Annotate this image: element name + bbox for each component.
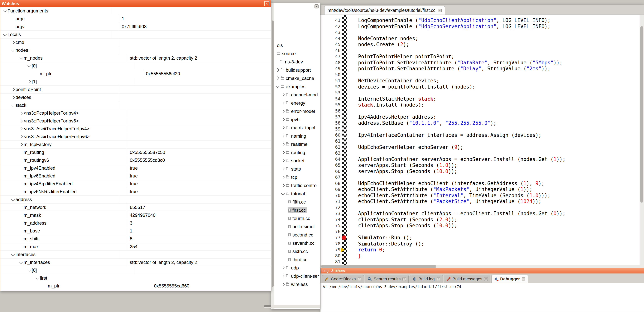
line-number[interactable]: 50 xyxy=(320,72,340,78)
expander-toggle[interactable] xyxy=(280,280,286,289)
expander-toggle[interactable] xyxy=(10,94,16,101)
tree-item[interactable]: third.cc xyxy=(274,255,320,264)
line-number[interactable]: 54 xyxy=(320,96,340,102)
line-number[interactable]: 44 xyxy=(320,36,340,42)
watch-row[interactable]: <ns3::PcapHelperForIpv6> xyxy=(0,117,271,125)
expander-toggle[interactable] xyxy=(10,101,16,109)
watch-row[interactable]: address xyxy=(0,196,271,203)
expander-toggle[interactable] xyxy=(26,78,32,85)
line-number[interactable]: 51 xyxy=(320,78,340,84)
line-number[interactable]: 78 xyxy=(320,241,340,247)
line-number[interactable]: 69 xyxy=(320,186,340,193)
expander-toggle[interactable] xyxy=(10,86,16,93)
line-number[interactable]: 80 xyxy=(320,253,340,259)
expander-toggle[interactable] xyxy=(280,132,286,140)
watch-row[interactable]: m_routing0x555555587c50 xyxy=(0,149,271,156)
tree-item[interactable]: cmake_cache xyxy=(274,74,320,82)
tree-item[interactable]: first.cc xyxy=(274,206,320,214)
expander-toggle[interactable] xyxy=(275,66,280,74)
line-number[interactable]: 47 xyxy=(320,54,340,60)
watch-row[interactable]: <ns3::PcapHelperForIpv4> xyxy=(0,109,271,117)
tree-item[interactable]: routing xyxy=(274,148,320,156)
line-number[interactable]: 63 xyxy=(320,150,340,156)
tree-item[interactable]: fifth.cc xyxy=(274,198,320,206)
expander-toggle[interactable] xyxy=(34,274,40,282)
expander-toggle[interactable] xyxy=(280,264,286,272)
expander-toggle[interactable] xyxy=(280,181,286,189)
line-number[interactable]: 79 xyxy=(320,247,340,253)
scrollbar-thumb[interactable] xyxy=(640,26,643,203)
editor-tab-first-cc[interactable]: mnt/dev/tools/source/ns-3-dev/examples/t… xyxy=(324,6,445,14)
watches-titlebar[interactable]: Watches xyxy=(0,0,271,7)
scrollbar-thumb[interactable] xyxy=(321,265,436,268)
watch-row[interactable]: [0] xyxy=(0,266,271,274)
tree-item[interactable]: stats xyxy=(274,165,320,173)
expander-toggle[interactable] xyxy=(280,156,286,165)
expander-toggle[interactable] xyxy=(18,125,24,133)
tree-item[interactable]: buildsupport xyxy=(274,66,320,74)
line-number[interactable]: 41 xyxy=(320,17,340,23)
tree-item[interactable]: traffic-contro xyxy=(274,181,320,189)
expander-toggle[interactable] xyxy=(280,272,286,280)
line-number[interactable]: 64 xyxy=(320,156,340,162)
tree-item[interactable]: ols xyxy=(274,41,320,49)
expander-toggle[interactable] xyxy=(18,54,24,62)
tree-item[interactable]: matrix-topol xyxy=(274,124,320,132)
log-tab-close-button[interactable] xyxy=(484,277,488,281)
line-number[interactable]: 65 xyxy=(320,162,340,168)
line-number[interactable]: 75 xyxy=(320,223,340,229)
tree-item[interactable]: energy xyxy=(274,99,320,107)
expander-toggle[interactable] xyxy=(18,109,24,117)
watch-row[interactable]: m_mask4294967040 xyxy=(0,211,271,219)
expander-toggle[interactable] xyxy=(280,140,286,148)
expander-toggle[interactable] xyxy=(275,82,280,91)
expander-toggle[interactable] xyxy=(280,99,286,107)
tree-item[interactable]: hello-simul xyxy=(274,222,320,231)
log-tab-close-button[interactable] xyxy=(437,277,440,281)
watch-row[interactable]: [1] xyxy=(0,78,271,86)
tree-item[interactable]: second.cc xyxy=(274,231,320,239)
watch-row[interactable]: m_ptr0x55555556cf20 xyxy=(0,70,271,78)
watch-row[interactable]: m_ipv6NsRsJitterEnabledtrue xyxy=(0,188,271,196)
tree-item[interactable]: fourth.cc xyxy=(274,214,320,222)
logs-panel-header[interactable]: Logs & others xyxy=(320,268,644,274)
expander-toggle[interactable] xyxy=(280,148,286,156)
line-number[interactable]: 61 xyxy=(320,138,340,144)
projects-horizontal-scrollbar[interactable] xyxy=(264,305,320,308)
watch-row[interactable]: m_ptr0x5555555ca660 xyxy=(0,282,271,290)
tree-item[interactable]: udp xyxy=(274,264,320,272)
watch-row[interactable]: cmd xyxy=(0,38,271,46)
tree-item[interactable]: realtime xyxy=(274,140,320,148)
line-number[interactable]: 59 xyxy=(320,126,340,132)
projects-vertical-scrollbar[interactable] xyxy=(271,3,274,309)
line-number[interactable]: 66 xyxy=(320,168,340,174)
expander-toggle[interactable] xyxy=(26,266,32,274)
expander-toggle[interactable] xyxy=(18,141,24,148)
watch-row[interactable]: interfaces xyxy=(0,251,271,259)
watches-close-button[interactable] xyxy=(264,1,270,6)
watch-row[interactable]: m_ipv4ArpJitterEnabledtrue xyxy=(0,180,271,188)
tree-item[interactable]: tutorial xyxy=(274,189,320,198)
line-number[interactable]: 53 xyxy=(320,90,340,96)
expander-toggle[interactable] xyxy=(280,115,286,124)
watch-row[interactable]: <ns3::AsciiTraceHelperForIpv6> xyxy=(0,133,271,141)
tree-item[interactable]: wireless xyxy=(274,280,320,289)
expander-toggle[interactable] xyxy=(18,259,24,266)
line-number[interactable]: 46 xyxy=(320,48,340,54)
line-number[interactable]: 58 xyxy=(320,120,340,126)
watch-row[interactable]: stack xyxy=(0,101,271,109)
tree-item[interactable]: tcp xyxy=(274,173,320,181)
line-number[interactable]: 57 xyxy=(320,114,340,120)
expander-toggle[interactable] xyxy=(10,46,16,54)
watch-row[interactable]: nodes xyxy=(0,46,271,54)
watch-row[interactable]: <ns3::AsciiTraceHelperForIpv4> xyxy=(0,125,271,133)
tree-item[interactable]: ipv6 xyxy=(274,115,320,124)
tree-item[interactable]: source xyxy=(274,49,320,58)
watch-row[interactable]: m_base1 xyxy=(0,227,271,235)
line-number[interactable]: 67 xyxy=(320,174,340,180)
line-number[interactable]: 52 xyxy=(320,84,340,90)
log-tab-close-button[interactable] xyxy=(522,277,525,281)
watch-row[interactable]: m_tcpFactory xyxy=(0,141,271,149)
expander-toggle[interactable] xyxy=(280,107,286,115)
tree-item[interactable]: ns-3-dev xyxy=(274,58,320,66)
